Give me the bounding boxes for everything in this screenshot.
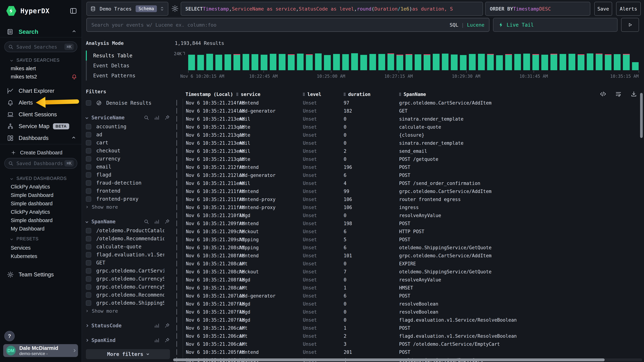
- analysis-mode-event-deltas[interactable]: Event Deltas: [86, 61, 170, 71]
- expand-chevron-icon[interactable]: [175, 245, 183, 250]
- histogram-bar[interactable]: [396, 55, 403, 70]
- col-service[interactable]: service: [236, 92, 303, 97]
- pin-icon[interactable]: [164, 323, 170, 328]
- sidebar-item-client-sessions[interactable]: Client Sessions: [0, 109, 82, 120]
- download-icon[interactable]: [630, 91, 637, 97]
- sidebar-item-dashboards[interactable]: Dashboards: [0, 132, 82, 144]
- expand-chevron-icon[interactable]: [175, 165, 183, 170]
- scrollbar-thumb[interactable]: [173, 359, 605, 361]
- filter-value-row[interactable]: grpc.oteldemo.ShippingS…: [86, 299, 170, 307]
- table-row[interactable]: Nov 6 10:35:21.214 AMfrontendUnset97grpc…: [175, 99, 639, 107]
- expand-chevron-icon[interactable]: [175, 108, 183, 114]
- expand-chevron-icon[interactable]: [175, 100, 183, 106]
- table-row[interactable]: Nov 6 10:35:21.212 AMfrontendUnset196POS…: [175, 163, 639, 171]
- filter-value-row[interactable]: grpc.oteldemo.CurrencyS…: [86, 283, 170, 291]
- histogram-bar[interactable]: [469, 54, 476, 70]
- table-row[interactable]: Nov 6 10:35:21.205 AMfrontendUnset201POS…: [175, 348, 639, 356]
- horizontal-scrollbar[interactable]: [173, 359, 642, 361]
- analysis-mode-results-table[interactable]: Results Table: [86, 51, 170, 61]
- source-select[interactable]: Demo Traces Schema: [86, 2, 168, 16]
- histogram-bar[interactable]: [206, 54, 213, 70]
- checkbox[interactable]: [86, 156, 91, 162]
- histogram-bar[interactable]: [505, 54, 512, 70]
- checkbox[interactable]: [86, 100, 91, 106]
- expand-chevron-icon[interactable]: [175, 213, 183, 218]
- filter-group-servicename[interactable]: ServiceName: [86, 114, 170, 122]
- saved-dashboards-header[interactable]: SAVED DASHBOARDS: [11, 176, 67, 181]
- expand-chevron-icon[interactable]: [175, 285, 183, 291]
- expand-chevron-icon[interactable]: [175, 181, 183, 186]
- table-row[interactable]: Nov 6 10:35:21.211 AMfrontend-proxyUnset…: [175, 203, 639, 211]
- expand-chevron-icon[interactable]: [175, 157, 183, 162]
- checkbox[interactable]: [86, 180, 91, 186]
- more-filters-button[interactable]: More filters: [86, 349, 170, 359]
- histogram-bar[interactable]: [333, 54, 340, 70]
- histogram-bar[interactable]: [406, 54, 412, 70]
- presets-header[interactable]: PRESETS: [11, 236, 39, 241]
- checkbox[interactable]: [86, 268, 91, 274]
- filter-value-row[interactable]: frontend-proxy: [86, 195, 170, 203]
- checkbox[interactable]: [86, 236, 91, 241]
- histogram-bar[interactable]: [288, 54, 295, 70]
- expand-chevron-icon[interactable]: [175, 293, 183, 299]
- sidebar-item-service-map[interactable]: Service MapBETA: [0, 120, 82, 132]
- filter-value-row[interactable]: GET: [86, 259, 170, 267]
- histogram-bar[interactable]: [297, 54, 304, 70]
- histogram-bar[interactable]: [451, 54, 458, 70]
- histogram-bar[interactable]: [632, 62, 639, 70]
- filter-value-row[interactable]: flagd.evaluation.v1.Ser…: [86, 251, 170, 259]
- run-query-button[interactable]: [621, 18, 639, 32]
- table-row[interactable]: Nov 6 10:35:21.208 AMcartUnset0EXPIRE: [175, 260, 639, 268]
- histogram-bar[interactable]: [242, 54, 249, 70]
- checkbox[interactable]: [86, 300, 91, 306]
- collapse-sidebar-icon[interactable]: [70, 7, 77, 15]
- view-source-icon[interactable]: [600, 91, 606, 97]
- show-more-button[interactable]: Show more: [86, 307, 170, 315]
- checkbox[interactable]: [86, 260, 91, 266]
- histogram-bar[interactable]: [306, 54, 313, 70]
- checkbox[interactable]: [86, 292, 91, 298]
- table-row[interactable]: Nov 6 10:35:21.207 AMload-generatorUnset…: [175, 292, 639, 300]
- table-row[interactable]: Nov 6 10:35:21.211 AMfrontendUnset99grpc…: [175, 187, 639, 195]
- histogram-bar[interactable]: [378, 54, 385, 70]
- checkbox[interactable]: [86, 132, 91, 137]
- histogram-bar[interactable]: [578, 54, 584, 70]
- histogram-bar[interactable]: [442, 54, 449, 70]
- live-tail-button[interactable]: Live Tail: [493, 18, 618, 32]
- analysis-mode-event-patterns[interactable]: Event Patterns: [86, 71, 170, 81]
- table-row[interactable]: Nov 6 10:35:21.211 AMemailUnset4POST /se…: [175, 179, 639, 187]
- bar-chart-icon[interactable]: [154, 115, 160, 120]
- histogram-bar[interactable]: [433, 54, 440, 70]
- histogram-bar[interactable]: [523, 54, 530, 70]
- help-button[interactable]: ?: [4, 331, 15, 341]
- expand-chevron-icon[interactable]: [175, 317, 183, 323]
- histogram-bar[interactable]: [568, 54, 575, 70]
- histogram-bar[interactable]: [614, 54, 620, 70]
- filter-value-row[interactable]: currency: [86, 155, 170, 163]
- checkbox[interactable]: [86, 196, 91, 202]
- search-icon[interactable]: [144, 219, 149, 224]
- saved-dashboard-item[interactable]: Simple dashboard: [11, 199, 77, 208]
- saved-dashboard-item[interactable]: Simple dashboard: [11, 216, 77, 225]
- lang-sql-toggle[interactable]: SQL: [450, 22, 458, 28]
- saved-search-item[interactable]: mikes alert: [11, 64, 77, 73]
- source-settings-gear-icon[interactable]: [171, 5, 179, 12]
- table-row[interactable]: Nov 6 10:35:21.213 AMquoteUnset0{closure…: [175, 131, 639, 139]
- histogram-bar[interactable]: [360, 55, 367, 70]
- checkbox[interactable]: [86, 228, 91, 233]
- drag-handle-icon[interactable]: [344, 93, 346, 96]
- pin-icon[interactable]: [164, 337, 170, 343]
- table-row[interactable]: Nov 6 10:35:21.208 AMflagdUnset0resolveA…: [175, 276, 639, 284]
- histogram-bar[interactable]: [415, 54, 422, 70]
- histogram-bar[interactable]: [188, 55, 195, 70]
- filter-value-row[interactable]: flagd: [86, 171, 170, 179]
- event-search-input[interactable]: Search your events w/ Lucene ex. column:…: [86, 18, 490, 32]
- expand-chevron-icon[interactable]: [175, 325, 183, 331]
- sidebar-item-alerts[interactable]: Alerts: [0, 97, 82, 109]
- preset-item[interactable]: Services: [11, 244, 77, 252]
- saved-dashboard-item[interactable]: My Dashboard: [11, 225, 77, 233]
- save-button[interactable]: Save: [594, 2, 612, 16]
- filter-group-statuscode[interactable]: StatusCode: [86, 322, 170, 330]
- checkbox[interactable]: [86, 172, 91, 178]
- histogram-bar[interactable]: [514, 54, 521, 70]
